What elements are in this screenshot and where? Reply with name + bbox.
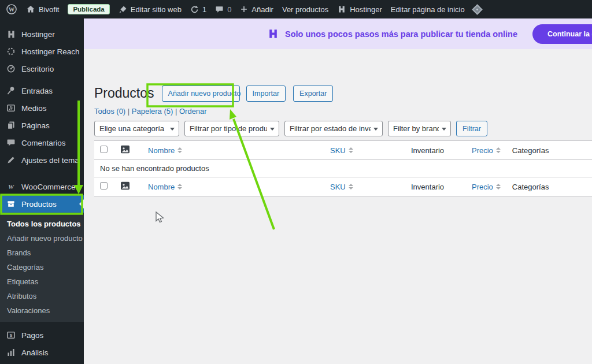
sidebar-item-ajustes-del-tema[interactable]: Ajustes del tema xyxy=(0,151,84,169)
sidebar-item-woocommerce[interactable]: W WooCommerce xyxy=(0,178,84,195)
view-all-link[interactable]: Todos (0) xyxy=(94,107,132,116)
products-page: Productos Añadir nuevo producto Importar… xyxy=(84,85,592,196)
sidebar-item-label: Productos xyxy=(21,200,57,209)
submenu-item-anadir-nuevo-producto[interactable]: Añadir nuevo producto xyxy=(0,231,84,246)
page-title: Productos xyxy=(94,85,154,102)
submenu-item-todos-los-productos[interactable]: Todos los productos xyxy=(0,217,84,231)
view-sort-link[interactable]: Ordenar xyxy=(179,107,207,116)
categories-column-label: Categorías xyxy=(512,183,549,191)
sidebar-item-mercadeo[interactable]: Mercadeo xyxy=(0,361,84,364)
sidebar-item-label: Análisis xyxy=(21,348,49,357)
comment-icon xyxy=(215,5,224,14)
image-column-icon xyxy=(120,147,130,155)
view-products-menu[interactable]: Ver productos xyxy=(282,5,328,14)
svg-text:$: $ xyxy=(10,333,13,338)
add-new-menu[interactable]: Añadir xyxy=(240,5,273,14)
price-column-label: Precio xyxy=(472,146,493,155)
view-trash-link[interactable]: Papelera (5) xyxy=(132,107,179,116)
sort-arrows-icon xyxy=(349,184,353,190)
table-footer-row: Nombre SKU Inventario Precio Categorías xyxy=(94,177,592,196)
sort-by-name-header[interactable]: Nombre xyxy=(148,183,182,191)
sort-by-name-header[interactable]: Nombre xyxy=(148,146,182,155)
pushpin-icon xyxy=(6,86,16,95)
updates-menu[interactable]: 1 xyxy=(190,5,206,14)
sidebar-item-label: Pagos xyxy=(21,331,43,340)
add-new-product-button[interactable]: Añadir nuevo producto xyxy=(162,86,240,102)
sidebar-item-label: Páginas xyxy=(21,121,50,130)
sort-arrows-icon xyxy=(177,184,182,190)
name-column-label: Nombre xyxy=(148,146,175,155)
current-item-arrow xyxy=(75,199,84,209)
sort-by-price-header[interactable]: Precio xyxy=(472,183,501,191)
stock-column-label: Inventario xyxy=(411,183,444,191)
product-type-filter-select[interactable]: Filtrar por tipo de producto xyxy=(184,121,279,136)
brand-filter-value: Filter by brand xyxy=(393,124,439,133)
categories-column-label: Categorías xyxy=(512,146,549,155)
sku-column-label: SKU xyxy=(330,183,346,191)
hostinger-menu[interactable]: Hostinger xyxy=(337,5,382,14)
hostinger-banner: Solo unos pocos pasos más para publicar … xyxy=(84,18,592,49)
brand-filter-select[interactable]: Filter by brand xyxy=(388,121,451,136)
sidebar-item-label: Hostinger xyxy=(21,30,55,39)
sort-arrows-icon xyxy=(177,147,182,153)
dashboard-gauge-icon xyxy=(6,64,16,73)
add-new-label: Añadir xyxy=(251,5,273,14)
sidebar-item-entradas[interactable]: Entradas xyxy=(0,82,84,99)
product-box-icon xyxy=(6,199,16,209)
stock-column-label: Inventario xyxy=(411,146,444,155)
sidebar-item-label: Comentarios xyxy=(21,139,66,147)
sort-arrows-icon xyxy=(496,147,501,153)
sidebar-item-label: Escritorio xyxy=(21,65,54,73)
sort-by-sku-header[interactable]: SKU xyxy=(330,146,353,155)
edit-homepage-menu[interactable]: Editar página de inicio xyxy=(391,5,465,14)
wordpress-menu[interactable]: W xyxy=(6,3,17,15)
submenu-item-etiquetas[interactable]: Etiquetas xyxy=(0,274,84,289)
paintbrush-icon xyxy=(119,5,127,14)
products-table: Nombre SKU Inventario Precio Categorías … xyxy=(94,140,592,196)
home-icon xyxy=(26,5,35,14)
sidebar-item-label: WooCommerce xyxy=(21,183,76,191)
plus-icon xyxy=(240,5,248,13)
pencil-icon xyxy=(6,155,16,165)
continue-setup-button[interactable]: Continuar la co xyxy=(532,24,592,44)
select-all-checkbox[interactable] xyxy=(100,146,108,153)
sidebar-item-medios[interactable]: Medios xyxy=(0,99,84,117)
hostinger-icon xyxy=(6,29,16,39)
sidebar-item-analisis[interactable]: Análisis xyxy=(0,344,84,361)
category-filter-select[interactable]: Elige una categoría xyxy=(94,121,179,136)
submenu-item-valoraciones[interactable]: Valoraciones xyxy=(0,303,84,318)
sort-by-price-header[interactable]: Precio xyxy=(472,146,501,155)
sort-by-sku-header[interactable]: SKU xyxy=(330,183,353,191)
comments-menu[interactable]: 0 xyxy=(215,5,231,14)
site-name-menu[interactable]: Bivofit xyxy=(26,5,59,14)
sidebar-item-productos[interactable]: Productos xyxy=(0,195,84,213)
banner-message-group: Solo unos pocos pasos más para publicar … xyxy=(267,28,517,40)
export-button[interactable]: Exportar xyxy=(293,86,333,102)
empty-products-row: No se han encontrado productos xyxy=(94,160,592,177)
category-filter-value: Elige una categoría xyxy=(99,124,167,133)
sidebar-item-pagos[interactable]: $ Pagos xyxy=(0,326,84,344)
banner-message: Solo unos pocos pasos más para publicar … xyxy=(285,29,517,39)
title-row: Productos Añadir nuevo producto Importar… xyxy=(94,85,592,102)
select-all-checkbox[interactable] xyxy=(100,182,108,190)
sidebar-item-paginas[interactable]: Páginas xyxy=(0,117,84,134)
sidebar-item-hostinger[interactable]: Hostinger xyxy=(0,25,84,43)
submenu-item-brands[interactable]: Brands xyxy=(0,246,84,260)
import-button[interactable]: Importar xyxy=(246,86,286,102)
submenu-item-atributos[interactable]: Atributos xyxy=(0,289,84,303)
sidebar-item-escritorio[interactable]: Escritorio xyxy=(0,60,84,77)
submenu-item-categorias[interactable]: Categorías xyxy=(0,260,84,274)
main-content: Solo unos pocos pasos más para publicar … xyxy=(84,18,592,364)
stock-filter-select[interactable]: Filtrar por estado de inventario xyxy=(284,121,383,136)
empty-message: No se han encontrado productos xyxy=(94,160,592,177)
products-submenu: Todos los productos Añadir nuevo product… xyxy=(0,213,84,322)
edit-homepage-label: Editar página de inicio xyxy=(391,5,465,14)
sidebar-item-comentarios[interactable]: Comentarios xyxy=(0,134,84,151)
sku-column-label: SKU xyxy=(330,146,346,155)
update-icon xyxy=(190,5,199,14)
filter-apply-button[interactable]: Filtrar xyxy=(456,121,487,136)
edit-site-menu[interactable]: Editar sitio web xyxy=(119,5,182,14)
setup-diamond-menu[interactable] xyxy=(473,6,481,13)
sidebar-item-hostinger-reach[interactable]: Hostinger Reach xyxy=(0,43,84,60)
pages-icon xyxy=(6,121,16,130)
